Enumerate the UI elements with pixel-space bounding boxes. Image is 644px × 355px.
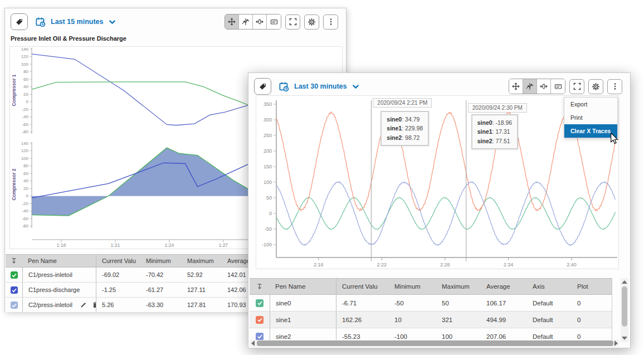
- edit-pen-icon[interactable]: [80, 301, 87, 308]
- pen-visible-checkbox[interactable]: [11, 271, 18, 279]
- table-horizontal-scrollbar[interactable]: [250, 340, 619, 347]
- fullscreen-button[interactable]: [569, 79, 584, 94]
- menu-item-print[interactable]: Print: [564, 111, 617, 124]
- column-header-plot[interactable]: Plot: [572, 283, 612, 290]
- svg-text:100: 100: [21, 156, 29, 161]
- value-cell: -50: [389, 300, 436, 307]
- range-select-tool-button[interactable]: [253, 14, 267, 29]
- x-trace-tool-button[interactable]: [239, 14, 253, 29]
- value-cell: 494.99: [481, 317, 527, 323]
- svg-text:-20: -20: [22, 107, 28, 112]
- range-select-tool-button[interactable]: [537, 79, 551, 94]
- scroll-left-arrow[interactable]: [251, 341, 255, 346]
- settings-button[interactable]: [588, 79, 603, 94]
- chart-tools: [509, 79, 622, 94]
- column-header-axis[interactable]: Axis: [527, 283, 572, 290]
- column-header-minimum[interactable]: Minimum: [389, 283, 436, 290]
- sort-column-header[interactable]: [250, 283, 270, 290]
- sort-icon[interactable]: [256, 283, 263, 290]
- delete-pen-icon[interactable]: [92, 301, 96, 308]
- svg-text:60: 60: [23, 171, 28, 176]
- svg-text:0: 0: [26, 193, 29, 198]
- x-trace-icon: [526, 82, 534, 90]
- value-cell: 10: [389, 317, 436, 323]
- svg-text:140: 140: [21, 141, 29, 146]
- scroll-up-arrow[interactable]: [622, 280, 627, 284]
- horizontal-scroll-thumb[interactable]: [257, 341, 613, 346]
- vertical-scroll-thumb[interactable]: [622, 286, 627, 327]
- column-header-pen-name[interactable]: Pen Name: [22, 257, 96, 264]
- date-range-picker-button[interactable]: [279, 81, 289, 92]
- svg-text:2:22: 2:22: [377, 262, 387, 268]
- value-cell: Default: [527, 333, 572, 340]
- calendar-clock-icon: [35, 17, 46, 27]
- annotation-tool-button[interactable]: [267, 14, 281, 29]
- menu-item-export[interactable]: Export: [564, 98, 617, 111]
- more-options-button[interactable]: [323, 14, 338, 30]
- settings-button[interactable]: [304, 14, 319, 30]
- pen-name-cell: C1/press-inletoil: [22, 268, 96, 282]
- gear-icon: [308, 18, 316, 26]
- pen-visibility-cell: [6, 271, 22, 279]
- svg-text:1:21: 1:21: [111, 242, 120, 248]
- svg-text:0: 0: [26, 99, 29, 104]
- x-trace-tool-button[interactable]: [523, 79, 537, 94]
- kebab-icon: [327, 18, 335, 26]
- pen-row-actions: [80, 301, 96, 308]
- pen-visibility-cell: [6, 286, 22, 294]
- pan-icon: [228, 18, 236, 26]
- pan-tool-button[interactable]: [509, 79, 523, 94]
- pen-visible-checkbox[interactable]: [256, 299, 264, 307]
- svg-text:2:40: 2:40: [567, 262, 577, 268]
- scroll-right-arrow[interactable]: [614, 341, 618, 346]
- column-header-current-valu[interactable]: Current Valu: [96, 255, 140, 267]
- chevron-down-icon[interactable]: [352, 84, 359, 89]
- pen-row-sine0[interactable]: sine0-6.71-5050106.17Default0: [250, 295, 612, 312]
- column-header-maximum[interactable]: Maximum: [182, 257, 222, 264]
- chart-tools: [225, 14, 338, 30]
- check-icon: [257, 300, 263, 306]
- pen-name-cell: sine0: [270, 295, 336, 311]
- tool-mode-group: [509, 79, 565, 94]
- pen-visibility-cell: [250, 299, 270, 307]
- kebab-icon: [611, 82, 619, 90]
- pen-visible-checkbox[interactable]: [11, 301, 18, 309]
- pen-visible-checkbox[interactable]: [256, 316, 264, 324]
- date-range-picker-button[interactable]: [35, 17, 46, 27]
- tag-browser-button[interactable]: [254, 78, 271, 95]
- power-chart-window-sines: Last 30 minutes: [248, 72, 631, 348]
- svg-text:-50: -50: [265, 226, 272, 232]
- pan-tool-button[interactable]: [225, 14, 239, 29]
- column-header-current-valu[interactable]: Current Valu: [336, 279, 389, 294]
- menu-item-clear-x-traces[interactable]: Clear X Traces: [564, 124, 617, 138]
- svg-text:1:27: 1:27: [219, 242, 228, 248]
- scroll-down-arrow[interactable]: [622, 337, 627, 340]
- table-vertical-scrollbar[interactable]: [621, 278, 628, 342]
- svg-text:300: 300: [264, 117, 272, 123]
- time-range-label[interactable]: Last 30 minutes: [294, 82, 347, 90]
- fullscreen-button[interactable]: [285, 14, 300, 30]
- value-cell: 0: [572, 317, 612, 323]
- sort-icon[interactable]: [11, 257, 17, 264]
- value-cell: -61.27: [140, 286, 182, 293]
- svg-text:60: 60: [23, 77, 28, 82]
- chevron-down-icon[interactable]: [109, 20, 116, 25]
- pen-visible-checkbox[interactable]: [11, 286, 18, 294]
- svg-text:100: 100: [264, 179, 272, 185]
- sort-column-header[interactable]: [6, 257, 22, 264]
- more-options-button[interactable]: [607, 79, 622, 94]
- column-header-minimum[interactable]: Minimum: [140, 257, 182, 264]
- pen-row-sine1[interactable]: sine1162.2610321494.99Default0: [250, 312, 612, 328]
- column-header-pen-name[interactable]: Pen Name: [270, 283, 336, 290]
- value-cell: 5.26: [96, 298, 140, 312]
- time-range-label[interactable]: Last 15 minutes: [51, 18, 103, 26]
- column-header-average[interactable]: Average: [481, 283, 527, 290]
- value-cell: 127.11: [182, 286, 222, 293]
- pen-name-cell: sine1: [270, 312, 336, 328]
- column-header-maximum[interactable]: Maximum: [436, 283, 481, 290]
- pen-visible-checkbox[interactable]: [256, 333, 264, 341]
- annotation-tool-button[interactable]: [551, 79, 565, 94]
- svg-text:80: 80: [23, 69, 28, 74]
- tag-browser-button[interactable]: [11, 13, 28, 30]
- svg-text:100: 100: [21, 62, 29, 67]
